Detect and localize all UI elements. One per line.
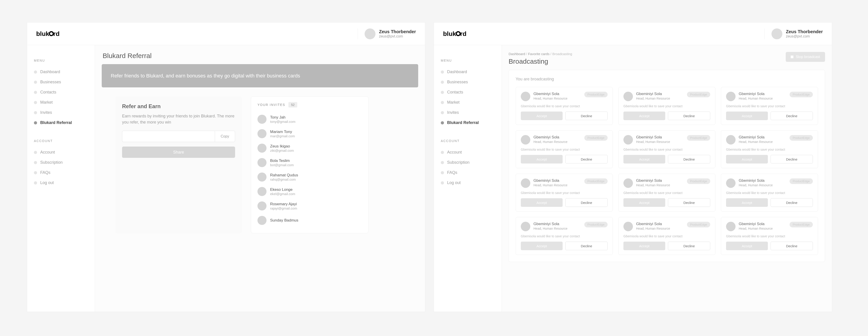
user-name: Zeus Thorbender (379, 29, 416, 34)
sidebar-item-blukard-referral[interactable]: Blukard Referral (34, 117, 88, 128)
accept-button[interactable]: Accept (623, 155, 665, 164)
card-role: Head, Human Resource (533, 227, 567, 230)
sidebar-item-invites[interactable]: Invites (441, 107, 495, 117)
invite-name: Sunday Badmus (270, 218, 298, 223)
invite-item[interactable]: Bola Teslimbot@gmail.com (257, 155, 362, 170)
invite-email: mar@gmail.com (270, 134, 295, 138)
sidebar-item-label: Invites (447, 110, 459, 115)
sidebar-item-subscription[interactable]: Subscription (34, 157, 88, 168)
sidebar-item-subscription[interactable]: Subscription (441, 157, 495, 168)
accept-button[interactable]: Accept (726, 155, 768, 164)
invite-item[interactable]: Rahamat Qudusrahq@gmail.com (257, 170, 362, 184)
invite-avatar (257, 187, 267, 196)
sidebar-item-faqs[interactable]: FAQs (441, 168, 495, 178)
menu-section-title: MENU (441, 59, 495, 62)
invite-email: bot@gmail.com (270, 163, 293, 167)
sidebar-item-blukard-referral[interactable]: Blukard Referral (441, 117, 495, 128)
nav-dot-icon (441, 171, 444, 174)
invite-item[interactable]: Tony Jahtony@gmail.com (257, 112, 362, 127)
sidebar-item-label: Blukard Referral (40, 120, 72, 125)
nav-dot-icon (34, 121, 37, 125)
accept-button[interactable]: Accept (726, 111, 768, 120)
logo[interactable]: blukrd (443, 30, 467, 37)
nav-dot-icon (441, 161, 444, 164)
decline-button[interactable]: Decline (771, 242, 813, 250)
card-name: Gbeminiyi Sola (739, 92, 773, 96)
card-avatar (726, 92, 736, 101)
nav-dot-icon (34, 161, 37, 164)
copy-button[interactable]: Copy (215, 131, 235, 142)
crumb-dashboard[interactable]: Dashboard (508, 52, 525, 56)
decline-button[interactable]: Decline (565, 198, 608, 207)
sidebar-item-dashboard[interactable]: Dashboard (34, 67, 88, 77)
card-message: Gbemisola would like to save your contac… (726, 104, 813, 108)
share-button[interactable]: Share (122, 146, 235, 158)
decline-button[interactable]: Decline (565, 155, 608, 164)
sidebar-item-businesses[interactable]: Businesses (441, 77, 495, 87)
accept-button[interactable]: Accept (623, 111, 665, 120)
card-role: Head, Human Resource (739, 227, 773, 230)
accept-button[interactable]: Accept (726, 242, 768, 250)
decline-button[interactable]: Decline (668, 198, 710, 207)
invite-item[interactable]: Mariam Tonymar@gmail.com (257, 127, 362, 141)
sidebar-item-label: Businesses (447, 80, 468, 85)
card-badge: ProductEdge (584, 222, 608, 227)
invite-name: Zeus Ikigao (270, 144, 294, 148)
decline-button[interactable]: Decline (771, 155, 813, 164)
crumb-favorite[interactable]: Favorite cards (528, 52, 550, 56)
app-broadcasting: blukrd Zeus Thorbender zeus@pvt.com MENU… (434, 23, 832, 312)
card-badge: ProductEdge (789, 135, 813, 141)
sidebar-item-invites[interactable]: Invites (34, 107, 88, 117)
decline-button[interactable]: Decline (565, 111, 608, 120)
card-name: Gbeminiyi Sola (533, 178, 567, 183)
user-box[interactable]: Zeus Thorbender zeus@pvt.com (765, 29, 823, 39)
referral-link-input[interactable] (122, 131, 215, 142)
card-badge: ProductEdge (789, 178, 813, 184)
contact-card: Gbeminiyi Sola Head, Human Resource Prod… (516, 174, 613, 211)
sidebar-item-contacts[interactable]: Contacts (34, 87, 88, 97)
decline-button[interactable]: Decline (668, 111, 710, 120)
decline-button[interactable]: Decline (771, 198, 813, 207)
invite-name: Tony Jah (270, 115, 296, 120)
accept-button[interactable]: Accept (726, 198, 768, 207)
accept-button[interactable]: Accept (521, 242, 563, 250)
invite-item[interactable]: Rosemary Ajayirajayi@gmail.com (257, 199, 362, 213)
accept-button[interactable]: Accept (521, 155, 563, 164)
invite-avatar (257, 172, 267, 181)
accept-button[interactable]: Accept (521, 111, 563, 120)
invite-item[interactable]: Zeus Ikigaoziki@gmail.com (257, 141, 362, 155)
user-email: zeus@pvt.com (379, 34, 416, 38)
card-name: Gbeminiyi Sola (533, 92, 567, 96)
contact-card: Gbeminiyi Sola Head, Human Resource Prod… (516, 217, 613, 255)
invite-item[interactable]: Ekeso Longeekel@gmail.com (257, 184, 362, 199)
sidebar-item-businesses[interactable]: Businesses (34, 77, 88, 87)
nav-dot-icon (34, 80, 37, 84)
card-message: Gbemisola would like to save your contac… (521, 191, 608, 195)
avatar (365, 29, 375, 39)
accept-button[interactable]: Accept (521, 198, 563, 207)
sidebar-item-market[interactable]: Market (34, 97, 88, 107)
sidebar-item-log-out[interactable]: Log out (34, 178, 88, 188)
invite-item[interactable]: Sunday Badmus (257, 213, 362, 228)
contact-card: Gbeminiyi Sola Head, Human Resource Prod… (618, 87, 715, 125)
sidebar-item-label: Account (40, 150, 55, 155)
sidebar-item-dashboard[interactable]: Dashboard (441, 67, 495, 77)
decline-button[interactable]: Decline (771, 111, 813, 120)
logo[interactable]: blukrd (36, 30, 60, 37)
sidebar-item-account[interactable]: Account (34, 147, 88, 157)
user-box[interactable]: Zeus Thorbender zeus@pvt.com (358, 29, 416, 39)
decline-button[interactable]: Decline (668, 155, 710, 164)
contact-card: Gbeminiyi Sola Head, Human Resource Prod… (618, 217, 715, 255)
card-message: Gbemisola would like to save your contac… (521, 148, 608, 151)
stop-broadcast-button[interactable]: Stop broadcast (786, 52, 825, 62)
sidebar-item-market[interactable]: Market (441, 97, 495, 107)
accept-button[interactable]: Accept (623, 198, 665, 207)
invites-title: YOUR INVITES (257, 103, 285, 107)
sidebar-item-account[interactable]: Account (441, 147, 495, 157)
decline-button[interactable]: Decline (668, 242, 710, 250)
accept-button[interactable]: Accept (623, 242, 665, 250)
sidebar-item-log-out[interactable]: Log out (441, 178, 495, 188)
sidebar-item-faqs[interactable]: FAQs (34, 168, 88, 178)
decline-button[interactable]: Decline (565, 242, 608, 250)
sidebar-item-contacts[interactable]: Contacts (441, 87, 495, 97)
